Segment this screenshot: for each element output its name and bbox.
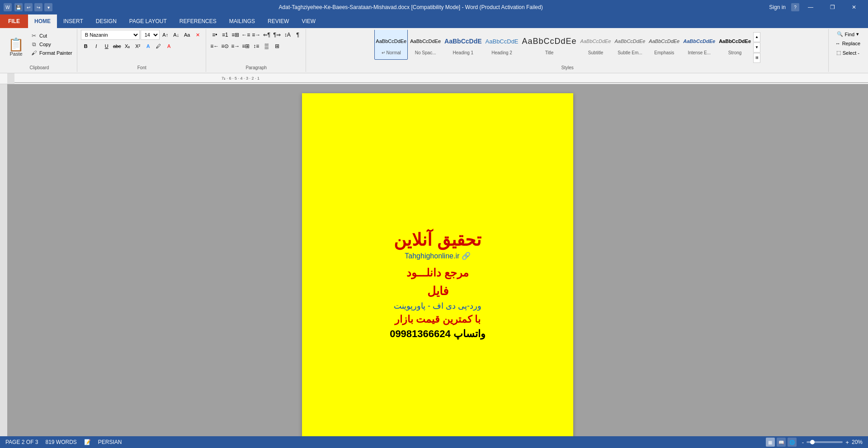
- superscript-button[interactable]: X²: [133, 41, 143, 51]
- style-intense-em[interactable]: AaBbCcDdEe Intense E...: [682, 30, 717, 60]
- style-heading1[interactable]: AaBbCcDdE Heading 1: [443, 30, 483, 60]
- read-mode-view[interactable]: 📖: [777, 438, 786, 447]
- customize-icon[interactable]: ▾: [44, 3, 52, 11]
- align-left-button[interactable]: ≡←: [210, 41, 220, 51]
- select-label: Select -: [843, 50, 859, 56]
- language: PERSIAN: [98, 439, 122, 445]
- text-effects-button[interactable]: A: [143, 41, 153, 51]
- undo-icon[interactable]: ↩: [24, 3, 33, 11]
- format-painter-icon: 🖌: [30, 50, 38, 56]
- shrink-font-button[interactable]: A↓: [171, 30, 181, 40]
- style-emphasis[interactable]: AaBbCcDdEe Emphasis: [647, 30, 681, 60]
- style-heading2-preview: AaBbCcDdE: [486, 32, 519, 50]
- rtl-button[interactable]: ⇐¶: [262, 30, 272, 40]
- style-heading2[interactable]: AaBbCcDdE Heading 2: [484, 30, 520, 60]
- tab-file[interactable]: FILE: [0, 14, 28, 28]
- bullets-button[interactable]: ≡•: [210, 30, 220, 40]
- tab-references[interactable]: REFERENCES: [173, 14, 223, 28]
- paste-button[interactable]: 📋 Paste: [5, 37, 28, 58]
- font-row1: B Nazanin 14 A↑ A↓ Aa ✕: [81, 30, 203, 40]
- styles-more[interactable]: ⊞: [753, 53, 760, 63]
- document-area[interactable]: تحقیق آنلاین Tahghighonline.ir 🔗 مرجع دا…: [7, 84, 868, 436]
- increase-indent-button[interactable]: ≡→: [251, 30, 261, 40]
- paragraph-group: ≡• ≡1 ≡⊞ ←≡ ≡→ ⇐¶ ¶⇒ ↕A ¶ ≡← ≡⊙ ≡→ ≡⊞ ↕≡…: [207, 29, 306, 72]
- font-size-select[interactable]: 14: [141, 30, 160, 40]
- border-button[interactable]: ⊞: [272, 41, 282, 51]
- style-normal[interactable]: AaBbCcDdEe ↵ Normal: [374, 30, 408, 60]
- align-right-button[interactable]: ≡→: [231, 41, 241, 51]
- style-title-preview: AaBbCcDdEe: [522, 32, 577, 50]
- zoom-out-button[interactable]: -: [802, 439, 804, 446]
- save-icon[interactable]: 💾: [14, 3, 23, 11]
- highlight-button[interactable]: 🖊: [154, 41, 164, 51]
- strikethrough-button[interactable]: abc: [112, 41, 122, 51]
- ltr-button[interactable]: ¶⇒: [272, 30, 282, 40]
- grow-font-button[interactable]: A↑: [160, 30, 170, 40]
- style-no-spacing[interactable]: AaBbCcDdEe No Spac...: [409, 30, 442, 60]
- tab-design[interactable]: DESIGN: [90, 14, 123, 28]
- style-emphasis-preview: AaBbCcDdEe: [649, 32, 679, 50]
- minimize-button[interactable]: —: [800, 0, 821, 14]
- status-bar-right: ▦ 📖 🌐 - + 20%: [766, 438, 863, 447]
- subscript-button[interactable]: X₂: [123, 41, 132, 51]
- style-subtitle[interactable]: AaBbCcDdEe Subtitle: [579, 30, 613, 60]
- word-icon[interactable]: W: [4, 3, 12, 11]
- redo-icon[interactable]: ↪: [34, 3, 42, 11]
- style-strong-preview: AaBbCcDdEe: [719, 32, 751, 50]
- font-row2: B I U abc X₂ X² A 🖊 A: [81, 41, 174, 51]
- show-hide-button[interactable]: ¶: [293, 30, 303, 40]
- decrease-indent-button[interactable]: ←≡: [241, 30, 251, 40]
- close-button[interactable]: ✕: [844, 0, 864, 14]
- style-no-spacing-preview: AaBbCcDdEe: [410, 32, 441, 50]
- help-icon[interactable]: ?: [791, 3, 799, 11]
- tab-insert[interactable]: INSERT: [57, 14, 90, 28]
- bold-button[interactable]: B: [81, 41, 91, 51]
- word-count: 819 WORDS: [45, 439, 76, 445]
- cut-button[interactable]: ✂ Cut: [28, 32, 74, 40]
- ruler-corner: [7, 73, 14, 84]
- italic-button[interactable]: I: [91, 41, 101, 51]
- cut-icon: ✂: [30, 33, 38, 39]
- style-strong[interactable]: AaBbCcDdEe Strong: [717, 30, 752, 60]
- shading-button[interactable]: ▒: [262, 41, 272, 51]
- title-bar-right: Sign in ? — ❐ ✕: [769, 0, 864, 14]
- font-case-button[interactable]: Aa: [182, 30, 192, 40]
- tab-view[interactable]: VIEW: [295, 14, 322, 28]
- page-1: تحقیق آنلاین Tahghighonline.ir 🔗 مرجع دا…: [302, 93, 573, 436]
- font-color-button[interactable]: A: [164, 41, 174, 51]
- font-name-select[interactable]: B Nazanin: [81, 30, 140, 40]
- align-center-button[interactable]: ≡⊙: [220, 41, 230, 51]
- line-spacing-button[interactable]: ↕≡: [251, 41, 261, 51]
- style-subtle-em[interactable]: AaBbCcDdEe Subtle Em...: [613, 30, 646, 60]
- style-normal-preview: AaBbCcDdEe: [376, 32, 406, 50]
- copy-button[interactable]: ⧉ Copy: [28, 40, 74, 48]
- restore-button[interactable]: ❐: [822, 0, 843, 14]
- tab-home[interactable]: HOME: [28, 14, 57, 28]
- title-bar: W 💾 ↩ ↪ ▾ Adat-Taghziyehee-Ke-Baees-Sara…: [0, 0, 868, 14]
- find-button[interactable]: 🔍 Find ▾: [834, 30, 862, 38]
- zoom-thumb[interactable]: [810, 440, 815, 444]
- styles-scroll-down[interactable]: ▼: [753, 43, 760, 52]
- copy-icon: ⧉: [30, 41, 38, 48]
- style-title[interactable]: AaBbCcDdEe Title: [521, 30, 578, 60]
- print-layout-view[interactable]: ▦: [766, 438, 775, 447]
- justify-button[interactable]: ≡⊞: [241, 41, 251, 51]
- clear-format-button[interactable]: ✕: [193, 30, 203, 40]
- tab-mailings[interactable]: MAILINGS: [223, 14, 261, 28]
- zoom-slider[interactable]: [807, 441, 843, 443]
- sort-button[interactable]: ↕A: [283, 30, 292, 40]
- format-painter-button[interactable]: 🖌 Format Painter: [28, 49, 74, 57]
- zoom-in-button[interactable]: +: [845, 439, 849, 446]
- web-layout-view[interactable]: 🌐: [788, 438, 797, 447]
- underline-button[interactable]: U: [102, 41, 112, 51]
- styles-scroll-up[interactable]: ▲: [753, 32, 760, 42]
- clipboard-group: 📋 Paste ✂ Cut ⧉ Copy 🖌 Format Painter Cl…: [2, 29, 77, 72]
- multilevel-button[interactable]: ≡⊞: [231, 30, 241, 40]
- select-button[interactable]: ⬚ Select -: [833, 48, 863, 57]
- replace-button[interactable]: ↔ Replace: [832, 39, 863, 48]
- numbering-button[interactable]: ≡1: [220, 30, 230, 40]
- sign-in-button[interactable]: Sign in: [769, 4, 786, 10]
- tab-page-layout[interactable]: PAGE LAYOUT: [123, 14, 173, 28]
- tab-review[interactable]: REVIEW: [261, 14, 295, 28]
- svg-text:7₂ · 6 · 5 · 4 · 3 · 2 · 1: 7₂ · 6 · 5 · 4 · 3 · 2 · 1: [222, 76, 259, 81]
